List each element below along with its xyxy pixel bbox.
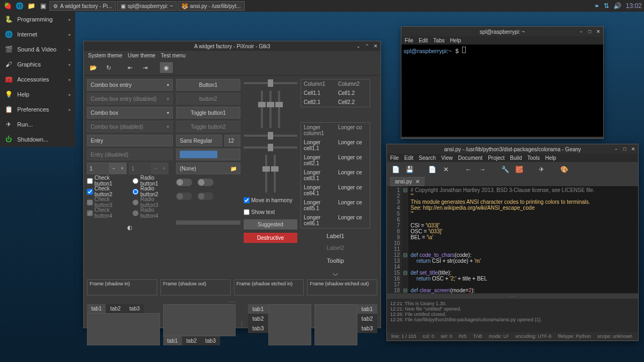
spin-minus[interactable]: − (109, 162, 118, 174)
maximize-button[interactable]: □ (621, 145, 628, 153)
menu-edit[interactable]: Edit (419, 38, 428, 43)
menu-programming[interactable]: 🐍Programming▸ (0, 12, 75, 27)
taskbar-window-terminal[interactable]: ▣spl@raspberrypi: ~ (117, 1, 177, 11)
message-pane[interactable]: 12:21: This is Geany 1.30. 12:21: New fi… (387, 299, 638, 336)
menu-edit[interactable]: Edit (404, 155, 413, 161)
compile-icon[interactable]: 🔧 (500, 164, 510, 175)
menu-build[interactable]: Build (510, 155, 522, 161)
tab-3[interactable]: tab3 (201, 336, 220, 345)
tab-2[interactable]: tab2 (248, 314, 268, 323)
switch-1[interactable] (176, 179, 192, 186)
h-scale-1[interactable] (244, 135, 297, 137)
h-scale-2[interactable] (244, 146, 297, 149)
v-scale-3[interactable] (278, 91, 280, 128)
radio-button-1[interactable] (133, 178, 138, 184)
switch-2[interactable] (197, 179, 214, 186)
filemanager-launcher-icon[interactable]: 📁 (26, 1, 36, 11)
menu-help[interactable]: Help (450, 38, 461, 43)
toggle-tool-button[interactable]: ◉ (160, 62, 173, 73)
spin-plus[interactable]: + (118, 162, 127, 174)
menu-help[interactable]: Help (545, 155, 557, 161)
menu-preferences[interactable]: 📋Preferences▸ (0, 102, 75, 117)
menu-search[interactable]: Search (419, 155, 436, 161)
toggle-button-1[interactable]: Toggle button1 (176, 107, 240, 119)
v-scale-1[interactable] (261, 91, 263, 128)
button-1[interactable]: Button1 (176, 79, 240, 91)
tab-3[interactable]: tab3 (248, 323, 268, 333)
close-button[interactable]: ✕ (630, 145, 637, 153)
revert-icon[interactable]: 📄 (427, 164, 437, 175)
menu-accessories[interactable]: 🧰Accessories▸ (0, 72, 75, 87)
spin-button-1[interactable]: −+ (87, 162, 127, 174)
taskbar-window-geany[interactable]: 🐯ansi.py - /usr/lib/pyt... (178, 1, 244, 11)
minimize-button[interactable]: − (612, 145, 620, 153)
text-selection[interactable] (176, 149, 240, 160)
browser-launcher-icon[interactable]: 🌐 (14, 1, 25, 11)
menu-tabs[interactable]: Tabs (433, 38, 444, 43)
terminal-area[interactable]: spl@raspberrypi:~ $ (401, 45, 603, 137)
minimize-button[interactable]: ⌄ (355, 42, 362, 50)
table-row[interactable]: Longer cell2.1Longer ce (301, 153, 370, 168)
table-row[interactable]: Cell2.1Cell2.2 (301, 98, 370, 107)
close-button[interactable]: ✕ (372, 42, 379, 50)
destructive-button[interactable]: Destructive (244, 233, 297, 243)
forward-icon[interactable]: → (477, 164, 488, 175)
v-scale-5[interactable] (274, 155, 276, 193)
tab-1[interactable]: tab1 (87, 304, 106, 313)
taskbar-window-awf[interactable]: ⚙A widget factory - Pi... (49, 1, 116, 11)
tab-2[interactable]: tab2 (106, 304, 125, 313)
maximize-button[interactable]: ⌃ (363, 42, 371, 50)
v-scale-2[interactable] (269, 91, 272, 128)
tab-1[interactable]: tab1 (248, 304, 268, 314)
tab-1[interactable]: tab1 (163, 336, 182, 345)
menu-test[interactable]: Test menu (161, 53, 186, 58)
tab-3[interactable]: tab3 (125, 304, 144, 313)
v-scale-4[interactable] (265, 155, 267, 193)
table-row[interactable]: Longer cell4.1Longer ce (301, 183, 370, 198)
menu-view[interactable]: View (441, 155, 453, 161)
titlebar[interactable]: A widget factory - PiXnoir - Gtk3 ⌄ ⌃ ✕ (84, 41, 380, 51)
table-row[interactable]: Longer cell6.1Longer ce (301, 213, 370, 228)
harmony-check[interactable] (244, 197, 250, 203)
terminal-launcher-icon[interactable]: ▣ (38, 1, 48, 11)
suggested-button[interactable]: Suggested (244, 219, 297, 230)
code-editor[interactable]: 12345678910111213141516171819 ⊟⊟⊟⊟ # Cop… (387, 186, 638, 293)
clock[interactable]: 13:02 (626, 2, 642, 10)
combo-box-entry[interactable]: Combo box entry (87, 79, 173, 91)
combo-box[interactable]: Combo box (87, 107, 173, 119)
code-content[interactable]: # Copyright Jonathan Hartley 2013. BSD 3… (408, 186, 638, 293)
editor-tab[interactable]: ansi.py✕ (390, 177, 425, 186)
tab-3[interactable]: tab3 (357, 323, 377, 333)
bluetooth-icon[interactable]: ⚭ (594, 2, 599, 10)
refresh-button[interactable]: ↻ (102, 62, 115, 73)
menu-help[interactable]: 💡Help▸ (0, 87, 75, 102)
fold-markers[interactable]: ⊟⊟⊟⊟ (402, 186, 408, 293)
tab-2[interactable]: tab2 (357, 314, 377, 323)
close-button[interactable]: ✕ (595, 28, 602, 35)
table-row[interactable]: Longer cell1.1Longer ce (301, 138, 370, 153)
menu-file[interactable]: File (405, 38, 413, 43)
volume-icon[interactable]: 🔊 (613, 2, 621, 10)
save-icon[interactable]: 💾 (404, 164, 415, 175)
color-icon[interactable]: 🎨 (559, 164, 569, 175)
menu-sound-video[interactable]: 🎬Sound & Video▸ (0, 42, 75, 57)
showtext-check[interactable] (244, 209, 250, 215)
build-icon[interactable]: 🧱 (514, 164, 524, 175)
titlebar[interactable]: spl@raspberrypi: ~ − □ ✕ (401, 27, 603, 36)
new-file-icon[interactable]: 📄 (390, 164, 401, 175)
open-button[interactable]: 📂 (87, 62, 100, 73)
network-icon[interactable]: ⇅ (604, 2, 609, 10)
first-button[interactable]: ⇤ (123, 62, 136, 73)
last-button[interactable]: ⇥ (138, 62, 151, 73)
maximize-button[interactable]: □ (586, 28, 594, 35)
menu-user-theme[interactable]: User theme (128, 53, 156, 58)
menu-run[interactable]: ✈Run... (0, 117, 75, 132)
table-row[interactable]: Cell1.1Cell1.2 (301, 88, 370, 98)
menu-document[interactable]: Document (458, 155, 483, 161)
text-entry[interactable]: Entry (87, 135, 173, 146)
menu-file[interactable]: File (390, 155, 399, 161)
font-name[interactable]: Sans Regular (176, 135, 222, 146)
check-button-2[interactable] (87, 189, 93, 195)
back-icon[interactable]: ← (463, 164, 474, 175)
radio-button-2[interactable] (133, 189, 138, 195)
